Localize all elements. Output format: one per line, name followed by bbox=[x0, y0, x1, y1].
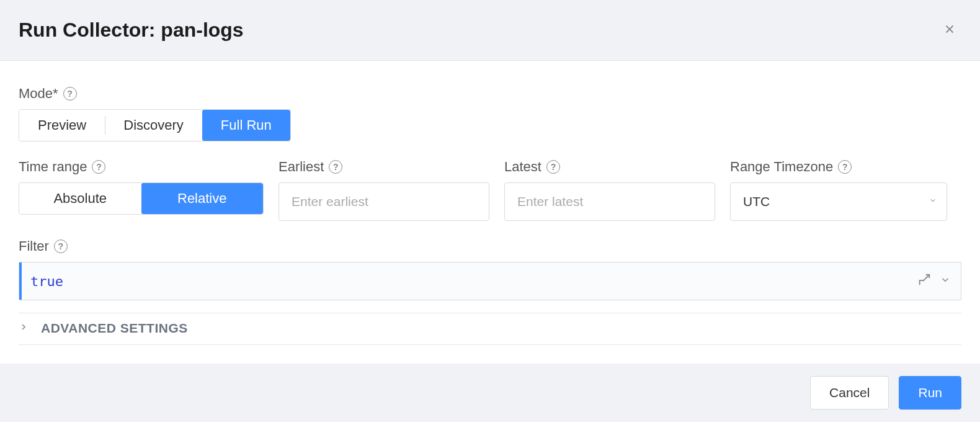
dialog-body: Mode* ? Preview Discovery Full Run Time … bbox=[0, 61, 980, 364]
chevron-down-icon[interactable] bbox=[940, 274, 951, 288]
timezone-select[interactable]: UTC bbox=[730, 182, 947, 221]
latest-field: Latest ? bbox=[504, 159, 715, 221]
earliest-label-text: Earliest bbox=[278, 159, 324, 175]
timezone-field: Range Timezone ? UTC bbox=[730, 159, 947, 221]
advanced-settings-label: ADVANCED SETTINGS bbox=[41, 321, 188, 336]
timerange-field: Time range ? Absolute Relative bbox=[19, 159, 264, 221]
timerange-label-text: Time range bbox=[19, 159, 87, 175]
dialog-header: Run Collector: pan-logs bbox=[0, 0, 980, 61]
timerange-label: Time range ? bbox=[19, 159, 264, 175]
mode-option-fullrun[interactable]: Full Run bbox=[202, 110, 290, 141]
timezone-value: UTC bbox=[743, 194, 770, 209]
help-icon[interactable]: ? bbox=[54, 240, 68, 253]
filter-field: Filter ? true bbox=[19, 238, 961, 300]
timerange-option-relative[interactable]: Relative bbox=[141, 183, 264, 214]
dialog-title: Run Collector: pan-logs bbox=[19, 19, 244, 42]
popout-icon[interactable] bbox=[917, 273, 931, 289]
close-button[interactable] bbox=[938, 19, 961, 42]
earliest-input[interactable] bbox=[278, 182, 489, 221]
run-collector-dialog: Run Collector: pan-logs Mode* ? Preview … bbox=[0, 0, 980, 422]
mode-option-discovery[interactable]: Discovery bbox=[105, 110, 202, 141]
earliest-label: Earliest ? bbox=[278, 159, 489, 175]
filter-cursor bbox=[19, 262, 22, 300]
help-icon[interactable]: ? bbox=[838, 160, 852, 174]
latest-label: Latest ? bbox=[504, 159, 715, 175]
filter-value: true bbox=[30, 274, 917, 289]
timezone-label: Range Timezone ? bbox=[730, 159, 947, 175]
cancel-button[interactable]: Cancel bbox=[810, 376, 889, 410]
filter-label: Filter ? bbox=[19, 238, 961, 254]
help-icon[interactable]: ? bbox=[63, 87, 77, 101]
mode-field: Mode* ? Preview Discovery Full Run bbox=[19, 86, 961, 141]
close-icon bbox=[943, 22, 956, 36]
dialog-footer: Cancel Run bbox=[0, 364, 980, 422]
mode-segmented-control: Preview Discovery Full Run bbox=[19, 109, 291, 141]
help-icon[interactable]: ? bbox=[92, 160, 105, 174]
filter-label-text: Filter bbox=[19, 238, 49, 254]
mode-option-preview[interactable]: Preview bbox=[19, 110, 105, 141]
timerange-option-absolute[interactable]: Absolute bbox=[19, 183, 141, 214]
filter-input[interactable]: true bbox=[19, 262, 961, 300]
help-icon[interactable]: ? bbox=[546, 160, 560, 174]
mode-label-text: Mode* bbox=[19, 86, 58, 102]
earliest-field: Earliest ? bbox=[278, 159, 489, 221]
timerange-segmented-control: Absolute Relative bbox=[19, 182, 264, 215]
timezone-label-text: Range Timezone bbox=[730, 159, 833, 175]
help-icon[interactable]: ? bbox=[329, 160, 342, 174]
chevron-right-icon bbox=[19, 322, 29, 335]
run-button[interactable]: Run bbox=[899, 376, 961, 410]
latest-input[interactable] bbox=[504, 182, 715, 221]
advanced-settings-toggle[interactable]: ADVANCED SETTINGS bbox=[19, 313, 961, 345]
mode-label: Mode* ? bbox=[19, 86, 961, 102]
latest-label-text: Latest bbox=[504, 159, 541, 175]
